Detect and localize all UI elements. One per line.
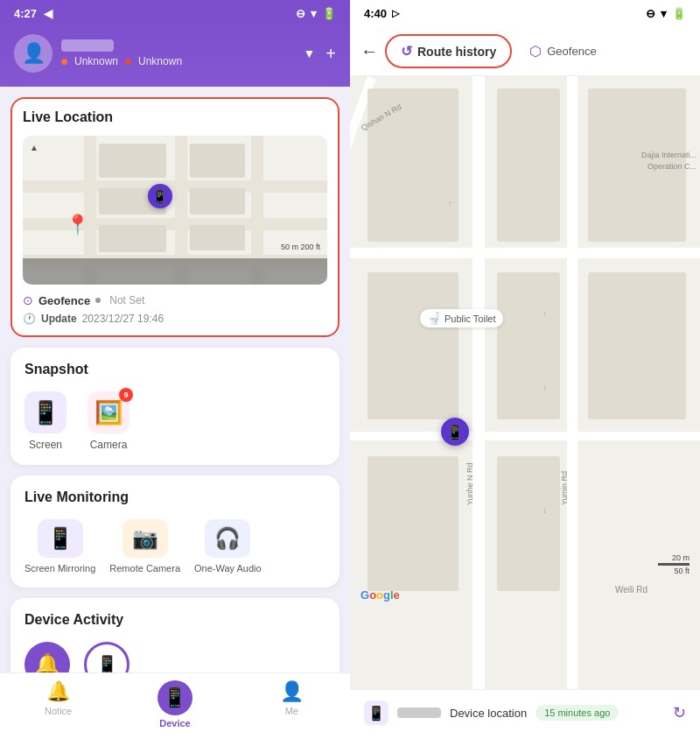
geofence-btn-label: Geofence: [547, 45, 596, 58]
weili-road-label: Weili Rd: [615, 585, 648, 595]
scale-20m: 20 m: [672, 553, 690, 562]
remote-camera-icon: 📷: [122, 519, 168, 558]
back-button[interactable]: ←: [360, 41, 378, 61]
r-block4: [588, 272, 686, 419]
g-blue2: g: [383, 588, 390, 602]
add-button[interactable]: +: [326, 44, 336, 64]
device-activity-items: 🔔 📱: [24, 638, 326, 672]
wifi-icon: ▾: [311, 7, 317, 20]
map-container[interactable]: 📱 📍 ▲ 50 m 200 ft: [23, 136, 327, 285]
blurred-bar: [397, 707, 441, 718]
left-status-bar: 4:27 ◀ ⊖ ▾ 🔋: [0, 0, 350, 27]
header-actions: ▼ +: [303, 44, 336, 64]
blue-pin: 📍: [66, 214, 89, 236]
g-yellow: o: [376, 588, 383, 602]
google-logo: Google: [360, 588, 400, 602]
right-map-scale: 20 m 50 ft: [658, 553, 690, 575]
device-location-row: 📱 Device location 15 minutes ago ↻: [364, 700, 686, 725]
device-location-label: Device location: [450, 707, 527, 720]
monitor-audio[interactable]: 🎧 One-Way Audio: [194, 519, 262, 574]
arrow4: ↓: [542, 505, 547, 515]
phone-pin: 📱: [148, 184, 172, 208]
monitor-screen-mirroring[interactable]: 📱 Screen Mirroring: [24, 519, 95, 574]
nav-me[interactable]: 👤 Me: [234, 680, 350, 728]
snapshot-items: 📱 Screen 🖼️ 9 Camera: [24, 388, 326, 451]
camera-label: Camera: [90, 439, 128, 451]
toilet-marker: 🚽 Public Toilet: [420, 309, 503, 327]
arrow3: ↓: [542, 383, 547, 392]
route-history-button[interactable]: ↺ Route history: [385, 34, 512, 68]
bottom-nav: 🔔 Notice 📱 Device 👤 Me: [0, 672, 350, 739]
toilet-icon: 🚽: [427, 312, 441, 325]
me-icon: 👤: [280, 680, 304, 703]
snapshot-card: Snapshot 📱 Screen 🖼️ 9 Camera: [10, 348, 340, 465]
avatar-icon: 👤: [22, 42, 46, 65]
r-block8: [497, 456, 560, 591]
arrow2: ↑: [448, 199, 452, 208]
r-block1: [497, 88, 560, 242]
right-road-h2: [350, 432, 700, 440]
snap-camera[interactable]: 🖼️ 9 Camera: [88, 391, 130, 451]
g-blue: G: [360, 588, 369, 602]
geofence-btn-icon: ⬡: [529, 43, 542, 60]
red-dot: [125, 59, 131, 65]
r-block3: [497, 272, 560, 419]
route-history-icon: ↺: [401, 43, 412, 60]
scale-50ft: 50 ft: [674, 567, 690, 575]
block2: [190, 144, 245, 178]
right-wifi-icon: ▾: [661, 7, 667, 20]
user-info: Unknown Unknown: [61, 39, 182, 67]
right-status-right: ⊖ ▾ 🔋: [646, 7, 686, 20]
yumin-road-label: Yumin Rd: [560, 260, 569, 505]
left-status-icons: ◀: [44, 7, 52, 20]
device-icon-small: 📱: [364, 700, 388, 725]
audio-label: One-Way Audio: [194, 563, 262, 574]
r-block7: [368, 456, 458, 591]
scale-200ft: 200 ft: [300, 243, 320, 251]
camera-badge: 9: [119, 388, 133, 402]
refresh-button[interactable]: ↻: [673, 703, 686, 722]
left-status-right: ⊖ ▾ 🔋: [296, 7, 336, 20]
da-icon-2-inner: 📱: [96, 654, 118, 672]
me-label: Me: [285, 706, 298, 716]
left-time: 4:27: [14, 7, 37, 20]
dropdown-arrow-icon[interactable]: ▼: [303, 46, 315, 60]
remote-camera-label: Remote Camera: [109, 563, 180, 574]
screen-mirroring-icon: 📱: [38, 519, 83, 558]
geofence-button[interactable]: ⬡ Geofence: [519, 36, 606, 67]
signal-icon: ◀: [44, 7, 52, 20]
compass: ▲: [30, 143, 38, 152]
da-item-1[interactable]: 🔔: [24, 642, 70, 672]
r-block6: [368, 272, 458, 419]
status-row: Unknown Unknown: [61, 55, 182, 67]
device-activity-title: Device Activity: [24, 612, 326, 628]
device-activity-card: Device Activity 🔔 📱: [10, 598, 340, 672]
update-time: 2023/12/27 19:46: [82, 313, 164, 325]
geofence-row: ⊙ Geofence Not Set: [23, 293, 327, 307]
avatar: 👤: [14, 34, 52, 73]
route-history-label: Route history: [417, 45, 496, 59]
snap-screen[interactable]: 📱 Screen: [24, 391, 66, 451]
right-minus-icon: ⊖: [646, 7, 655, 20]
dajia-label: Dajia Internati...Operation C...: [641, 150, 696, 172]
right-map-area[interactable]: ↑ ↑ ↓ ↓ ↑ 🚽 Public Toilet 📱 20 m 50 ft D…: [350, 76, 700, 689]
live-monitoring-title: Live Monitoring: [24, 489, 326, 505]
nav-device[interactable]: 📱 Device: [116, 680, 233, 728]
battery-icon: 🔋: [322, 7, 336, 20]
right-status-bar: 4:40 ▷ ⊖ ▾ 🔋: [350, 0, 700, 27]
da-item-2[interactable]: 📱: [84, 642, 130, 672]
block5: [99, 225, 166, 252]
blurred-name: [61, 39, 114, 52]
scale-50m: 50 m: [281, 243, 298, 251]
device-label: Device: [159, 718, 190, 728]
map-scale: 50 m 200 ft: [281, 243, 320, 253]
snapshot-title: Snapshot: [24, 362, 326, 377]
status1-label: Unknown: [74, 55, 118, 67]
block4: [190, 188, 245, 215]
monitor-remote-camera[interactable]: 📷 Remote Camera: [109, 519, 180, 574]
user-name-row: [61, 39, 182, 52]
play-icon: ▷: [392, 8, 399, 19]
nav-notice[interactable]: 🔔 Notice: [0, 680, 116, 728]
screen-label: Screen: [29, 439, 62, 451]
right-map-bg: ↑ ↑ ↓ ↓ ↑ 🚽 Public Toilet 📱 20 m 50 ft D…: [350, 76, 700, 689]
